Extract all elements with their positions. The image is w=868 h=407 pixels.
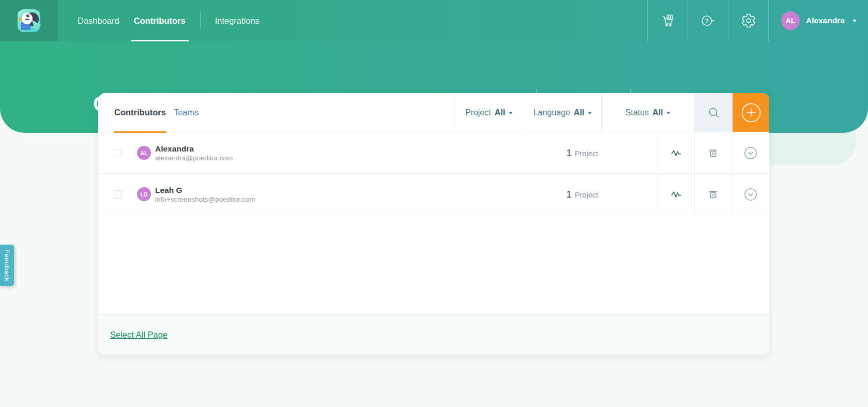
- nav-item-dashboard[interactable]: Dashboard: [78, 0, 119, 41]
- search-icon: [707, 106, 721, 119]
- settings-button[interactable]: [728, 0, 768, 41]
- expand-button[interactable]: [732, 174, 769, 215]
- user-name: Alexandra: [806, 16, 845, 25]
- nav-item-contributors[interactable]: Contributors: [134, 0, 186, 41]
- feedback-tab[interactable]: Feedback: [0, 245, 14, 286]
- filter-status[interactable]: Status All: [601, 93, 694, 132]
- activity-button[interactable]: [658, 174, 694, 215]
- tab-contributors[interactable]: Contributors: [114, 93, 166, 132]
- caret-down-icon: [852, 20, 857, 22]
- chevron-down-circle-icon: [744, 188, 757, 201]
- caret-down-icon: [666, 112, 671, 114]
- trash-icon: [707, 188, 720, 201]
- row-checkbox[interactable]: [114, 149, 122, 157]
- table-row: LG Leah G info+screenshots@poeditor.com …: [98, 174, 769, 215]
- contributors-card: Contributors Teams Project All Language …: [98, 93, 769, 355]
- row-checkbox[interactable]: [114, 190, 122, 199]
- empty-area: [98, 215, 769, 314]
- filter-project[interactable]: Project All: [454, 93, 524, 132]
- projects-count[interactable]: 1 Project: [566, 189, 658, 200]
- tab-teams[interactable]: Teams: [173, 93, 200, 132]
- card-toolbar: Contributors Teams Project All Language …: [98, 93, 769, 132]
- avatar: AL: [137, 146, 151, 160]
- avatar: AL: [781, 11, 800, 30]
- svg-text:?: ?: [705, 17, 708, 24]
- nav-actions: ? AL Alexandra: [647, 0, 868, 41]
- decorative-shape: [769, 133, 856, 165]
- card-tabs: Contributors Teams: [98, 93, 454, 132]
- page: Contributors 2 CONTRIBUTORS 0 ADMINISTRA…: [0, 0, 868, 407]
- delete-button[interactable]: [694, 132, 732, 173]
- contributor-email: alexandra@poeditor.com: [155, 154, 233, 162]
- nav-divider: [200, 12, 201, 29]
- avatar: LG: [137, 187, 151, 201]
- settings-icon: [741, 13, 756, 28]
- projects-count[interactable]: 1 Project: [566, 147, 658, 159]
- logo[interactable]: [0, 0, 58, 41]
- contributor-identity: Leah G info+screenshots@poeditor.com: [155, 186, 255, 203]
- table-row: AL Alexandra alexandra@poeditor.com 1 Pr…: [98, 132, 769, 174]
- contributor-email: info+screenshots@poeditor.com: [155, 195, 255, 203]
- card-footer: Select All Page: [98, 314, 769, 355]
- contributor-cell: LG Leah G info+screenshots@poeditor.com …: [98, 174, 658, 215]
- user-menu[interactable]: AL Alexandra: [768, 0, 868, 41]
- activity-button[interactable]: [658, 132, 694, 173]
- top-nav: Dashboard Contributors Integrations: [0, 0, 868, 41]
- caret-down-icon: [588, 112, 592, 114]
- help-icon: ?: [701, 14, 716, 27]
- main-nav: Dashboard Contributors Integrations: [78, 0, 260, 41]
- add-contributor-button[interactable]: [733, 93, 769, 132]
- expand-button[interactable]: [732, 132, 769, 173]
- contributor-cell: AL Alexandra alexandra@poeditor.com 1 Pr…: [98, 132, 658, 173]
- select-all-page-link[interactable]: Select All Page: [110, 330, 167, 340]
- caret-down-icon: [509, 112, 513, 114]
- trash-icon: [707, 146, 720, 159]
- cart-icon: [661, 13, 675, 28]
- activity-icon: [669, 188, 683, 201]
- chevron-down-circle-icon: [744, 146, 757, 160]
- help-button[interactable]: ?: [688, 0, 728, 41]
- add-icon: [741, 102, 762, 123]
- delete-button[interactable]: [694, 174, 732, 215]
- search-button[interactable]: [694, 93, 733, 132]
- nav-item-integrations[interactable]: Integrations: [215, 0, 260, 41]
- contributor-name: Leah G: [155, 186, 255, 195]
- filter-language[interactable]: Language All: [524, 93, 601, 132]
- contributor-name: Alexandra: [155, 144, 233, 154]
- cart-button[interactable]: [647, 0, 688, 41]
- logo-icon: [17, 8, 41, 33]
- activity-icon: [669, 146, 683, 160]
- contributor-identity: Alexandra alexandra@poeditor.com: [155, 144, 233, 162]
